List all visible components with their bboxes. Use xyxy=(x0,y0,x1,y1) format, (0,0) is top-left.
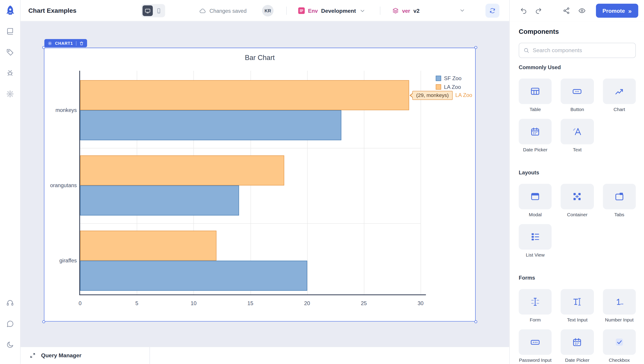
component-card-box xyxy=(561,79,594,104)
legend-item[interactable]: SF Zoo xyxy=(436,75,462,81)
version-selector[interactable]: ver v2 xyxy=(392,0,420,22)
component-label: Container xyxy=(561,212,594,218)
search-input[interactable] xyxy=(533,47,631,54)
resize-handle-sw[interactable] xyxy=(42,320,45,323)
category-separator xyxy=(80,148,420,148)
password-input-icon xyxy=(530,337,541,347)
component-card-checkbox[interactable]: Checkbox xyxy=(603,329,636,363)
mobile-toggle-button[interactable] xyxy=(154,5,164,16)
component-sections: Commonly UsedTableButtonChartDate Picker… xyxy=(519,62,636,363)
component-card-box xyxy=(519,329,552,355)
environment-selector[interactable]: Env Development xyxy=(298,0,366,22)
chat-bubble-button[interactable] xyxy=(3,316,18,331)
bar-la-zoo-orangutans[interactable] xyxy=(80,155,284,185)
bar-sf-zoo-giraffes[interactable] xyxy=(80,261,307,291)
component-card-box xyxy=(519,184,552,209)
y-axis-label: giraffes xyxy=(45,257,77,264)
widget-tag[interactable]: CHART1 xyxy=(44,39,87,47)
component-card-date-picker[interactable]: Date Picker xyxy=(561,329,594,363)
x-axis-tick: 25 xyxy=(354,300,374,306)
bar-la-zoo-giraffes[interactable] xyxy=(80,231,216,261)
sync-refresh-button[interactable] xyxy=(486,4,499,18)
component-card-box xyxy=(519,289,552,314)
legend-swatch-la-zoo xyxy=(436,84,441,90)
component-card-date-picker[interactable]: Date Picker xyxy=(519,119,552,153)
chevron-down-icon xyxy=(359,8,366,14)
tooltip-series-label: LA Zoo xyxy=(455,92,472,98)
bar-la-zoo-monkeys[interactable] xyxy=(80,80,409,110)
dark-mode-moon-button[interactable] xyxy=(3,337,18,352)
legend-label: LA Zoo xyxy=(444,84,461,90)
top-bar: Chart Examples Changes saved KR Env Deve… xyxy=(20,0,644,22)
component-card-box xyxy=(561,119,594,144)
component-card-tabs[interactable]: Tabs xyxy=(603,184,636,218)
resize-handle-se[interactable] xyxy=(474,320,477,323)
component-card-box xyxy=(519,79,552,104)
search-icon xyxy=(523,47,530,54)
legend-label: SF Zoo xyxy=(444,75,462,81)
container-icon xyxy=(572,191,583,202)
version-chevron-down-icon[interactable] xyxy=(459,8,465,14)
component-search xyxy=(519,43,636,58)
app-title: Chart Examples xyxy=(28,0,76,22)
avatar[interactable]: KR xyxy=(262,5,274,16)
preview-eye-button[interactable] xyxy=(578,7,586,15)
component-card-password-input[interactable]: Password Input xyxy=(519,329,552,363)
expand-icon xyxy=(30,352,36,359)
component-card-container[interactable]: Container xyxy=(561,184,594,218)
chart-tooltip: (29, monkeys)LA Zoo xyxy=(412,91,472,100)
component-card-box xyxy=(561,289,594,314)
environment-value: Development xyxy=(321,8,356,14)
help-headset-button[interactable] xyxy=(3,295,18,310)
resize-handle-ne[interactable] xyxy=(474,46,477,49)
component-card-modal[interactable]: Modal xyxy=(519,184,552,218)
bar-sf-zoo-monkeys[interactable] xyxy=(80,110,341,140)
undo-button[interactable] xyxy=(520,7,528,15)
marketplace-tag-button[interactable] xyxy=(3,44,18,59)
redo-button[interactable] xyxy=(534,7,543,15)
component-card-list-view[interactable]: List View xyxy=(519,224,552,258)
gear-icon[interactable] xyxy=(48,41,52,46)
component-card-text-input[interactable]: Text Input xyxy=(561,289,594,323)
version-value: v2 xyxy=(414,8,420,14)
desktop-toggle-button[interactable] xyxy=(142,5,153,16)
component-card-box xyxy=(519,224,552,250)
promote-button[interactable]: Promote » xyxy=(596,4,638,18)
rocket-logo-icon[interactable] xyxy=(4,5,16,17)
component-label: Form xyxy=(519,317,552,323)
pages-button[interactable] xyxy=(3,24,18,38)
widget-tag-label: CHART1 xyxy=(55,41,73,46)
form-icon xyxy=(530,296,541,307)
y-axis-label: monkeys xyxy=(45,107,77,113)
device-preview-toggle xyxy=(141,4,165,17)
legend-swatch-sf-zoo xyxy=(436,75,441,81)
component-card-box xyxy=(561,184,594,209)
bar-sf-zoo-orangutans[interactable] xyxy=(80,185,239,215)
component-grid: ModalContainerTabsList View xyxy=(519,184,636,258)
component-label: Button xyxy=(561,107,594,112)
debugger-bug-button[interactable] xyxy=(3,65,18,80)
chart-widget[interactable]: CHART1 Bar Chart 051015202530monkeysoran… xyxy=(44,48,476,321)
component-card-button[interactable]: Button xyxy=(561,79,594,112)
component-card-form[interactable]: Form xyxy=(519,289,552,323)
section-title: Forms xyxy=(519,275,636,281)
component-label: Checkbox xyxy=(603,357,636,363)
trash-icon[interactable] xyxy=(79,41,84,46)
left-navigation-rail xyxy=(0,0,20,364)
component-card-table[interactable]: Table xyxy=(519,79,552,112)
x-gridline xyxy=(420,71,421,295)
chart-plot-area: 051015202530monkeysorangutansgiraffes(29… xyxy=(45,49,475,321)
component-card-chart[interactable]: Chart xyxy=(603,79,636,112)
settings-gear-button[interactable] xyxy=(3,86,18,101)
section-title: Layouts xyxy=(519,169,636,176)
text-icon xyxy=(572,126,583,137)
divider xyxy=(286,7,287,15)
share-button[interactable] xyxy=(562,7,570,15)
component-card-text[interactable]: Text xyxy=(561,119,594,153)
top-bar-right: Promote » xyxy=(510,0,644,22)
component-card-number-input[interactable]: Number Input xyxy=(603,289,636,323)
divider xyxy=(76,41,76,46)
legend-item[interactable]: LA Zoo xyxy=(436,84,462,90)
query-manager-header[interactable]: Query Manager xyxy=(20,347,150,364)
editor-canvas[interactable]: CHART1 Bar Chart 051015202530monkeysoran… xyxy=(20,22,510,347)
